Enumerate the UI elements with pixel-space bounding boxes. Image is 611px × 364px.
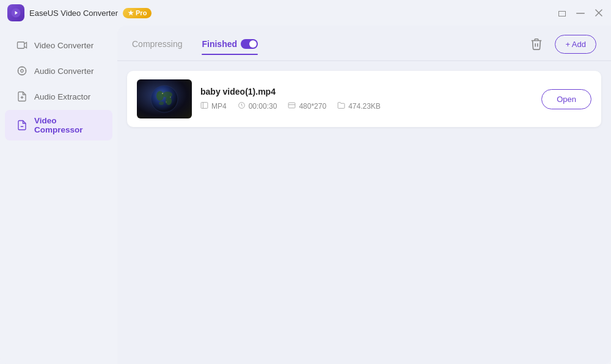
sidebar-label-audio-converter: Audio Converter [34, 67, 94, 76]
svg-point-14 [151, 86, 178, 112]
svg-rect-25 [288, 103, 295, 108]
titlebar-left: EaseUS Video Converter ★Pro [7, 4, 152, 21]
titlebar: EaseUS Video Converter ★Pro [0, 0, 611, 26]
file-meta-0: MP4 00:00:30 [200, 101, 533, 111]
svg-rect-22 [201, 103, 208, 109]
svg-point-15 [156, 91, 164, 101]
file-size-0: 474.23KB [337, 101, 381, 111]
pro-badge: ★Pro [123, 8, 152, 18]
tab-compressing-label: Compressing [132, 39, 182, 49]
add-button[interactable]: + Add [555, 35, 596, 54]
tab-bar: Compressing Finished + Add [117, 26, 611, 61]
maximize-button[interactable] [557, 8, 567, 18]
app-logo [7, 4, 24, 21]
size-icon [337, 101, 345, 111]
minimize-button[interactable] [576, 8, 585, 18]
tab-finished-label: Finished [202, 39, 237, 49]
tab-separator [117, 60, 611, 61]
svg-point-18 [159, 101, 164, 105]
open-button-0[interactable]: Open [541, 89, 591, 109]
titlebar-controls [557, 8, 604, 18]
svg-point-10 [21, 70, 24, 73]
svg-point-20 [170, 96, 171, 98]
content-area: Compressing Finished + Add [117, 26, 611, 364]
duration-icon [238, 101, 246, 111]
tab-compressing[interactable]: Compressing [132, 39, 182, 55]
svg-rect-2 [558, 11, 559, 16]
video-converter-icon [16, 39, 28, 51]
svg-rect-4 [558, 16, 566, 16]
svg-rect-5 [576, 13, 585, 14]
sidebar: Video Converter Audio Converter [0, 26, 117, 364]
audio-converter-icon [16, 65, 28, 77]
file-duration-0: 00:00:30 [238, 101, 277, 111]
file-name-0: baby video(1).mp4 [200, 87, 533, 96]
sidebar-label-video-compressor: Video Compressor [34, 116, 101, 134]
file-card-0: baby video(1).mp4 MP4 [127, 71, 601, 127]
close-button[interactable] [594, 8, 604, 18]
file-format-0: MP4 [200, 101, 227, 111]
file-info-0: baby video(1).mp4 MP4 [200, 87, 533, 111]
file-resolution-label: 480*270 [299, 102, 326, 111]
svg-point-19 [162, 93, 163, 94]
sidebar-label-video-converter: Video Converter [34, 41, 93, 50]
tab-bar-actions: + Add [525, 33, 596, 61]
sidebar-item-audio-converter[interactable]: Audio Converter [5, 59, 112, 83]
finished-toggle[interactable] [241, 39, 258, 49]
svg-point-21 [166, 101, 166, 102]
sidebar-item-video-converter[interactable]: Video Converter [5, 33, 112, 57]
add-button-label: + Add [565, 40, 586, 49]
svg-rect-3 [565, 11, 566, 16]
app-name: EaseUS Video Converter [29, 9, 118, 18]
sidebar-item-video-compressor[interactable]: Video Compressor [5, 110, 112, 140]
svg-point-9 [18, 67, 26, 75]
format-icon [200, 101, 208, 111]
file-duration-label: 00:00:30 [249, 102, 277, 111]
tab-finished[interactable]: Finished [202, 39, 258, 55]
main-layout: Video Converter Audio Converter [0, 26, 611, 364]
file-format-label: MP4 [211, 102, 227, 111]
file-thumbnail-0 [137, 79, 192, 118]
trash-button[interactable] [525, 33, 547, 55]
file-thumbnail-inner-0 [137, 79, 192, 118]
sidebar-item-audio-extractor[interactable]: Audio Extractor [5, 84, 112, 109]
svg-rect-8 [18, 42, 24, 49]
svg-rect-1 [558, 11, 566, 12]
file-resolution-0: 480*270 [288, 101, 326, 111]
sidebar-label-audio-extractor: Audio Extractor [34, 92, 90, 101]
svg-point-17 [166, 96, 172, 105]
audio-extractor-icon [16, 90, 28, 103]
file-list: baby video(1).mp4 MP4 [117, 61, 611, 364]
resolution-icon [288, 101, 296, 111]
video-compressor-icon [16, 119, 28, 131]
file-size-label: 474.23KB [348, 102, 381, 111]
